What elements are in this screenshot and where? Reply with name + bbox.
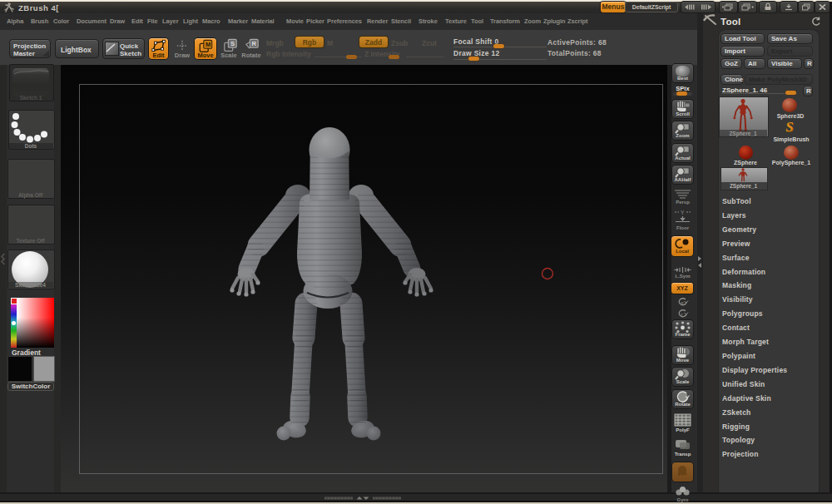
svg-text:S: S — [230, 40, 235, 47]
svg-text:R: R — [252, 40, 257, 47]
svg-text:z: z — [681, 312, 683, 317]
svg-text:w: w — [681, 300, 684, 305]
svg-text:Y: Y — [681, 210, 685, 215]
svg-text:M: M — [206, 41, 210, 48]
